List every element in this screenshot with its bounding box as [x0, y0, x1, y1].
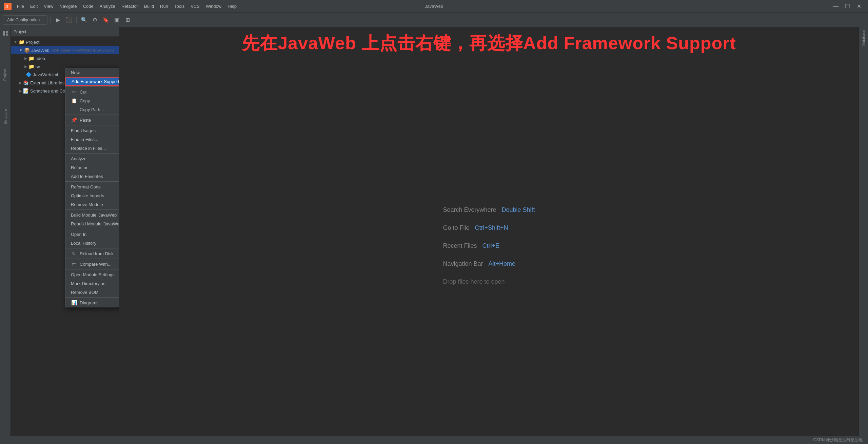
cm-refactor[interactable]: Refactor ▶: [65, 163, 119, 172]
menu-view[interactable]: View: [41, 2, 56, 10]
menu-navigate[interactable]: Navigate: [57, 2, 79, 10]
main-content: 先在JavaWeb 上点击右键，再选择Add Framework Support…: [119, 27, 859, 444]
cm-sep-5: [65, 181, 119, 182]
cm-find-usages[interactable]: Find Usages Alt+F7: [65, 126, 119, 135]
terminal-button[interactable]: ▣: [112, 15, 121, 25]
cm-optimize-imports[interactable]: Optimize Imports Ctrl+Alt+O: [65, 191, 119, 200]
shortcut-nav-label: Navigation Bar: [443, 260, 483, 267]
cm-open-in[interactable]: Open In ▶: [65, 230, 119, 239]
shortcut-goto-label: Go to File: [443, 224, 469, 231]
bookmark-button[interactable]: 🔖: [101, 15, 111, 25]
menu-build[interactable]: Build: [141, 2, 157, 10]
tree-item-project[interactable]: ▼ 📁 Project: [11, 38, 119, 46]
shortcut-recent-key: Ctrl+E: [482, 242, 499, 249]
menu-vcs[interactable]: VCS: [188, 2, 202, 10]
cm-compare-with[interactable]: ⇄ Compare With... Ctrl+D: [65, 260, 119, 268]
cm-remove-module[interactable]: Remove Module Delete: [65, 200, 119, 209]
cm-local-history[interactable]: Local History ▶: [65, 239, 119, 247]
cm-copy[interactable]: 📋 Copy Ctrl+C: [65, 96, 119, 105]
panel-title: Project: [14, 29, 26, 34]
menu-edit[interactable]: Edit: [27, 2, 40, 10]
menu-window[interactable]: Window: [203, 2, 224, 10]
project-label[interactable]: Project: [1, 68, 8, 82]
copy-icon: 📋: [71, 98, 77, 103]
cm-paste-label: Paste: [80, 118, 119, 123]
maximize-button[interactable]: ❐: [842, 2, 852, 11]
app-logo: J: [4, 3, 12, 10]
svg-text:J: J: [5, 4, 8, 9]
cm-open-in-label: Open In: [71, 232, 119, 237]
close-button[interactable]: ✕: [854, 2, 864, 11]
menu-help[interactable]: Help: [225, 2, 239, 10]
cm-remove-module-label: Remove Module: [71, 202, 119, 207]
menu-bar: File Edit View Navigate Code Analyze Ref…: [14, 2, 831, 10]
cm-sep-9: [65, 259, 119, 259]
shortcut-search-label: Search Everywhere: [443, 206, 496, 214]
cm-replace-files[interactable]: Replace in Files... Ctrl+Shift+R: [65, 144, 119, 153]
toolbar-separator-1: [50, 17, 51, 23]
expand-button[interactable]: ⊞: [123, 15, 132, 25]
cm-mark-dir-label: Mark Directory as: [71, 281, 119, 286]
cm-add-framework[interactable]: Add Framework Support...: [65, 77, 119, 86]
toolbar: Add Configuration... ▶ ⬛ 🔍 ⚙ 🔖 ▣ ⊞: [0, 13, 868, 27]
menu-code[interactable]: Code: [80, 2, 96, 10]
tree-item-idea[interactable]: ▶ 📁 .idea: [11, 54, 119, 62]
cm-module-settings[interactable]: Open Module Settings F4: [65, 270, 119, 279]
cm-sep-6: [65, 209, 119, 210]
shortcut-recent-files: Recent Files Ctrl+E: [443, 242, 535, 249]
cm-analyze[interactable]: Analyze ▶: [65, 154, 119, 163]
database-panel-toggle[interactable]: Database: [862, 27, 866, 48]
shortcut-nav-key: Alt+Home: [489, 260, 516, 267]
cm-sep-10: [65, 269, 119, 269]
cm-sep-1: [65, 86, 119, 87]
tree-label-idea: .idea: [36, 56, 45, 61]
shortcuts-panel: Search Everywhere Double Shift Go to Fil…: [443, 206, 535, 285]
menu-refactor[interactable]: Refactor: [119, 2, 141, 10]
cm-paste[interactable]: 📌 Paste Ctrl+V: [65, 116, 119, 124]
cm-sep-3: [65, 125, 119, 125]
structure-section: Structure: [2, 106, 9, 128]
cm-add-favorites[interactable]: Add to Favorites ▶: [65, 172, 119, 181]
cm-add-favorites-label: Add to Favorites: [71, 174, 119, 179]
settings-button[interactable]: ⚙: [90, 15, 100, 25]
cm-replace-files-label: Replace in Files...: [71, 146, 119, 151]
search-everywhere-button[interactable]: 🔍: [79, 15, 89, 25]
panel-header: Project: [11, 27, 119, 37]
shortcut-goto-key: Ctrl+Shift+N: [475, 224, 508, 231]
cm-reformat-label: Reformat Code: [71, 184, 119, 189]
menu-file[interactable]: File: [14, 2, 27, 10]
menu-tools[interactable]: Tools: [172, 2, 187, 10]
cm-diagrams[interactable]: 📊 Diagrams ▶: [65, 298, 119, 307]
cm-remove-bom[interactable]: Remove BOM: [65, 288, 119, 297]
run-button[interactable]: ▶: [53, 15, 63, 25]
tree-item-javaweb[interactable]: ▼ 📦 JavaWeb D:\Program Files\IntelliJ ID…: [11, 46, 119, 54]
cm-rebuild-module[interactable]: Rebuild Module 'JavaWeb' Ctrl+Shift+F9: [65, 219, 119, 228]
menu-analyze[interactable]: Analyze: [97, 2, 118, 10]
structure-label[interactable]: Structure: [2, 106, 9, 127]
cm-cut[interactable]: ✂ Cut Ctrl+X: [65, 87, 119, 96]
cm-reformat[interactable]: Reformat Code Ctrl+Alt+L: [65, 182, 119, 191]
cm-new-label: New: [71, 70, 119, 75]
cm-build-module[interactable]: Build Module 'JavaWeb': [65, 210, 119, 219]
cm-cut-label: Cut: [80, 89, 119, 95]
minimize-button[interactable]: —: [831, 2, 841, 11]
window-title: JavaWeb: [425, 4, 443, 9]
drop-files-hint: Drop files here to open: [443, 278, 535, 285]
cm-diagrams-label: Diagrams: [80, 300, 119, 305]
cm-mark-dir[interactable]: Mark Directory as ▶: [65, 279, 119, 288]
menu-run[interactable]: Run: [157, 2, 171, 10]
cm-copy-path[interactable]: Copy Path...: [65, 105, 119, 114]
stop-button[interactable]: ⬛: [64, 15, 74, 25]
cm-new[interactable]: New ▶: [65, 68, 119, 77]
tree-label-src: src: [36, 64, 41, 69]
cm-find-files[interactable]: Find in Files... Ctrl+Shift+F: [65, 135, 119, 144]
project-panel-toggle[interactable]: [1, 28, 10, 38]
cm-find-files-label: Find in Files...: [71, 137, 119, 142]
status-text: CSDN @沙雕是沙雕是沙雕: [813, 437, 863, 443]
add-configuration-button[interactable]: Add Configuration...: [3, 15, 47, 25]
cm-refactor-label: Refactor: [71, 165, 119, 170]
annotation-overlay: 先在JavaWeb 上点击右键，再选择Add Framework Support: [119, 33, 859, 54]
cm-rebuild-module-label: Rebuild Module 'JavaWeb': [71, 221, 119, 226]
shortcut-recent-label: Recent Files: [443, 242, 477, 249]
cm-reload[interactable]: ↻ Reload from Disk: [65, 249, 119, 258]
